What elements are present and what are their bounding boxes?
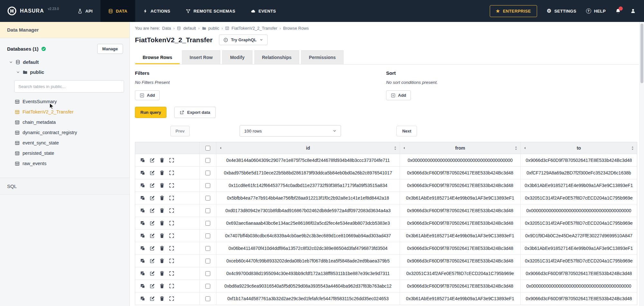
delete-row-button[interactable]	[159, 207, 165, 214]
row-checkbox[interactable]	[205, 271, 210, 276]
clone-row-button[interactable]	[139, 245, 146, 252]
expand-row-button[interactable]	[168, 157, 175, 163]
delete-row-button[interactable]	[159, 245, 165, 252]
row-checkbox[interactable]	[205, 233, 210, 238]
table-search-input[interactable]	[14, 80, 124, 93]
tree-item-database-default[interactable]: default	[0, 56, 129, 66]
tab-modify[interactable]: Modify	[222, 50, 252, 64]
delete-row-button[interactable]	[159, 295, 165, 302]
edit-row-button[interactable]	[149, 207, 156, 214]
row-checkbox[interactable]	[205, 208, 210, 213]
breadcrumb-item-browse-rows[interactable]: Browse Rows	[283, 26, 308, 31]
clone-row-button[interactable]	[139, 207, 146, 214]
delete-row-button[interactable]	[159, 232, 165, 239]
edit-row-button[interactable]	[149, 170, 156, 176]
tab-relationships[interactable]: Relationships	[254, 50, 299, 64]
row-checkbox[interactable]	[205, 296, 210, 301]
sidebar-table-persisted-state[interactable]: persisted_state	[0, 148, 129, 158]
tab-permissions[interactable]: Permissions	[301, 50, 343, 64]
add-sort-button[interactable]: Add	[386, 90, 411, 100]
header-id[interactable]: id	[216, 142, 400, 154]
sidebar-table-chain-metadata[interactable]: chain_metadata	[0, 117, 129, 127]
sidebar-sql-section[interactable]: SQL	[0, 178, 129, 195]
edit-row-button[interactable]	[149, 195, 156, 201]
export-data-button[interactable]: Export data	[174, 107, 216, 118]
expand-row-button[interactable]	[168, 182, 175, 189]
expand-row-button[interactable]	[168, 245, 175, 252]
expand-row-button[interactable]	[168, 207, 175, 214]
delete-row-button[interactable]	[159, 270, 165, 277]
edit-row-button[interactable]	[149, 295, 156, 302]
clone-row-button[interactable]	[139, 283, 146, 289]
row-checkbox[interactable]	[205, 196, 210, 201]
tab-browse-rows[interactable]: Browse Rows	[135, 50, 180, 64]
expand-row-button[interactable]	[168, 283, 175, 289]
run-query-button[interactable]: Run query	[135, 107, 166, 118]
collapse-column-icon[interactable]	[402, 146, 406, 150]
breadcrumb-item-data[interactable]: Data	[162, 26, 171, 31]
edit-row-button[interactable]	[149, 220, 156, 226]
row-checkbox[interactable]	[205, 171, 210, 175]
delete-row-button[interactable]	[159, 220, 165, 226]
add-filter-button[interactable]: Add	[135, 90, 160, 100]
header-to[interactable]: to	[521, 142, 637, 154]
select-all-checkbox[interactable]	[205, 146, 210, 151]
help-button[interactable]: ? HELP	[586, 8, 606, 14]
tab-insert-row[interactable]: Insert Row	[182, 50, 221, 64]
edit-row-button[interactable]	[149, 270, 156, 277]
edit-row-button[interactable]	[149, 258, 156, 264]
expand-row-button[interactable]	[168, 232, 175, 239]
row-checkbox[interactable]	[205, 183, 210, 188]
hasura-logo[interactable]: HASURA v2.23.0	[0, 0, 70, 22]
enterprise-button[interactable]: ★ ENTERPRISE	[490, 5, 537, 17]
clone-row-button[interactable]	[139, 270, 146, 277]
clone-row-button[interactable]	[139, 182, 146, 189]
edit-row-button[interactable]	[149, 232, 156, 239]
delete-row-button[interactable]	[159, 258, 165, 264]
expand-row-button[interactable]	[168, 195, 175, 201]
user-menu-button[interactable]	[630, 8, 636, 14]
collapse-column-icon[interactable]	[219, 146, 223, 150]
nav-item-actions[interactable]: ACTIONS	[135, 0, 178, 22]
row-checkbox[interactable]	[205, 158, 210, 163]
row-checkbox[interactable]	[205, 284, 210, 289]
nav-item-remote-schemas[interactable]: REMOTE SCHEMAS	[178, 0, 243, 22]
edit-row-button[interactable]	[149, 245, 156, 252]
sidebar-table-raw-events[interactable]: raw_events	[0, 158, 129, 169]
row-checkbox[interactable]	[205, 246, 210, 251]
rows-per-page-select[interactable]: 100 rows	[240, 125, 341, 137]
try-graphql-button[interactable]: Try GraphQL	[219, 35, 267, 45]
delete-row-button[interactable]	[159, 157, 165, 163]
clone-row-button[interactable]	[139, 258, 146, 264]
clone-row-button[interactable]	[139, 295, 146, 302]
clone-row-button[interactable]	[139, 232, 146, 239]
clone-row-button[interactable]	[139, 220, 146, 226]
sidebar-table-events-summary[interactable]: EventsSummary	[0, 96, 129, 107]
breadcrumb-item-default[interactable]: default	[183, 26, 196, 31]
nav-item-events[interactable]: EVENTS	[243, 0, 284, 22]
prev-page-button[interactable]: Prev	[170, 126, 190, 136]
delete-row-button[interactable]	[159, 182, 165, 189]
tree-item-schema-public[interactable]: public	[0, 66, 129, 76]
expand-row-button[interactable]	[168, 220, 175, 226]
header-from[interactable]: from	[400, 142, 521, 154]
sort-icon[interactable]	[393, 146, 397, 150]
notifications-button[interactable]	[615, 8, 621, 14]
clone-row-button[interactable]	[139, 195, 146, 201]
delete-row-button[interactable]	[159, 170, 165, 176]
sidebar-table-dynamic-contract-registry[interactable]: dynamic_contract_registry	[0, 127, 129, 138]
scrollbar-thumb[interactable]	[640, 24, 643, 83]
settings-button[interactable]: ⚙ SETTINGS	[547, 8, 576, 14]
clone-row-button[interactable]	[139, 170, 146, 176]
delete-row-button[interactable]	[159, 283, 165, 289]
expand-row-button[interactable]	[168, 270, 175, 277]
edit-row-button[interactable]	[149, 182, 156, 189]
sidebar-table-event-sync-state[interactable]: event_sync_state	[0, 138, 129, 148]
delete-row-button[interactable]	[159, 195, 165, 201]
next-page-button[interactable]: Next	[396, 126, 417, 136]
nav-item-data[interactable]: DATA	[100, 0, 135, 22]
sort-icon[interactable]	[514, 146, 518, 150]
edit-row-button[interactable]	[149, 283, 156, 289]
row-checkbox[interactable]	[205, 259, 210, 263]
sidebar-table-fiat-token-v2-2-transfer[interactable]: FiatTokenV2_2_Transfer	[0, 107, 129, 117]
